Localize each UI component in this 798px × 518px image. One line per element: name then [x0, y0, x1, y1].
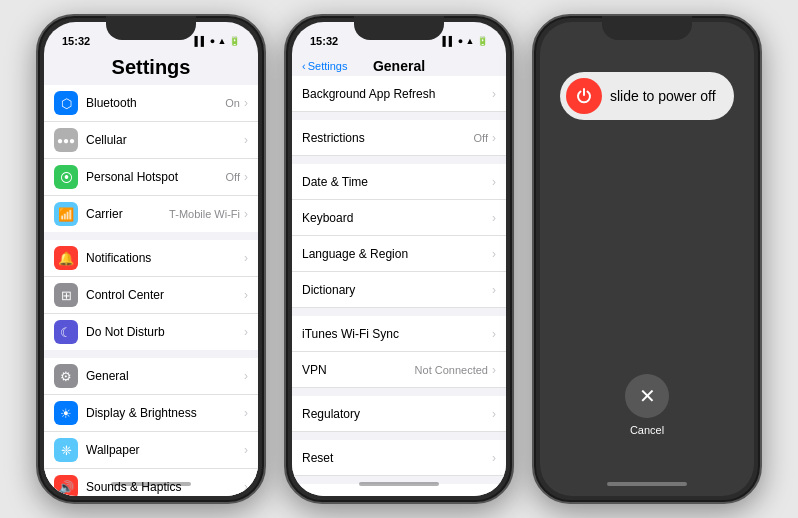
language-label: Language & Region	[302, 247, 492, 261]
general-label: General	[86, 369, 244, 383]
hotspot-label: Personal Hotspot	[86, 170, 226, 184]
chevron-icon: ›	[244, 480, 248, 494]
general-section-6: Reset ›	[292, 440, 506, 476]
volume-down-button	[36, 156, 38, 188]
dictionary-label: Dictionary	[302, 283, 492, 297]
list-item[interactable]: iTunes Wi-Fi Sync ›	[292, 316, 506, 352]
volume-up-button	[532, 116, 534, 148]
section-divider	[44, 350, 258, 358]
chevron-icon: ›	[492, 407, 496, 421]
chevron-icon: ›	[244, 207, 248, 221]
carrier-value: T-Mobile Wi-Fi	[169, 208, 240, 220]
volume-up-button	[36, 116, 38, 148]
list-item[interactable]: Restrictions Off ›	[292, 120, 506, 156]
chevron-icon: ›	[244, 251, 248, 265]
power-slider-container[interactable]: slide to power off	[560, 72, 734, 120]
list-item[interactable]: ❈ Wallpaper ›	[44, 432, 258, 469]
notch	[354, 16, 444, 40]
list-item[interactable]: ⬡ Bluetooth On ›	[44, 85, 258, 122]
chevron-icon: ›	[244, 325, 248, 339]
sounds-icon: 🔊	[54, 475, 78, 496]
list-item[interactable]: ⚙ General ›	[44, 358, 258, 395]
status-icons: ▌▌ ● ▲ 🔋	[194, 36, 240, 46]
general-icon: ⚙	[54, 364, 78, 388]
slide-to-power-off-text: slide to power off	[610, 88, 716, 104]
section-divider	[292, 308, 506, 316]
chevron-icon: ›	[244, 443, 248, 457]
power-slider[interactable]: slide to power off	[560, 72, 734, 120]
bluetooth-label: Bluetooth	[86, 96, 225, 110]
list-item[interactable]: 📶 Carrier T-Mobile Wi-Fi ›	[44, 196, 258, 232]
cancel-button-container: ✕ Cancel	[625, 374, 669, 436]
list-item[interactable]: ☀ Display & Brightness ›	[44, 395, 258, 432]
restrictions-label: Restrictions	[302, 131, 474, 145]
general-screen: 15:32 ▌▌ ● ▲ 🔋 ‹ Settings General Backgr…	[292, 22, 506, 496]
notifications-icon: 🔔	[54, 246, 78, 270]
back-label: Settings	[308, 60, 348, 72]
chevron-icon: ›	[492, 87, 496, 101]
list-item[interactable]: Reset ›	[292, 440, 506, 476]
hotspot-icon: ⦿	[54, 165, 78, 189]
settings-section-1: ⬡ Bluetooth On › ●●● Cellular › ⦿ Person…	[44, 85, 258, 232]
vpn-value: Not Connected	[415, 364, 488, 376]
power-icon	[566, 78, 602, 114]
bluetooth-icon: ⬡	[54, 91, 78, 115]
list-item[interactable]: Language & Region ›	[292, 236, 506, 272]
power-button	[512, 96, 514, 146]
chevron-icon: ›	[492, 363, 496, 377]
dnd-label: Do Not Disturb	[86, 325, 244, 339]
volume-down-button	[284, 156, 286, 188]
bg-refresh-label: Background App Refresh	[302, 87, 492, 101]
list-item[interactable]: ⦿ Personal Hotspot Off ›	[44, 159, 258, 196]
section-divider	[292, 112, 506, 120]
list-item[interactable]: Date & Time ›	[292, 164, 506, 200]
nav-header: ‹ Settings General	[292, 54, 506, 76]
chevron-icon: ›	[244, 369, 248, 383]
cellular-label: Cellular	[86, 133, 244, 147]
cancel-button[interactable]: ✕	[625, 374, 669, 418]
list-item[interactable]: Keyboard ›	[292, 200, 506, 236]
list-item[interactable]: ●●● Cellular ›	[44, 122, 258, 159]
list-item[interactable]: VPN Not Connected ›	[292, 352, 506, 388]
volume-up-button	[284, 116, 286, 148]
list-item[interactable]: 🔔 Notifications ›	[44, 240, 258, 277]
list-item[interactable]: Dictionary ›	[292, 272, 506, 308]
list-item[interactable]: ⊞ Control Center ›	[44, 277, 258, 314]
display-icon: ☀	[54, 401, 78, 425]
general-section-2: Restrictions Off ›	[292, 120, 506, 156]
settings-screen: 15:32 ▌▌ ● ▲ 🔋 Settings ⬡ Bluetooth On ›…	[44, 22, 258, 496]
wallpaper-icon: ❈	[54, 438, 78, 462]
silent-button	[36, 86, 38, 108]
general-title: General	[373, 58, 425, 74]
list-item[interactable]: Regulatory ›	[292, 396, 506, 432]
section-divider	[292, 432, 506, 440]
settings-title: Settings	[44, 54, 258, 85]
status-time: 15:32	[310, 35, 338, 47]
settings-section-2: 🔔 Notifications › ⊞ Control Center › ☾ D…	[44, 240, 258, 350]
restrictions-value: Off	[474, 132, 488, 144]
silent-button	[532, 86, 534, 108]
hotspot-value: Off	[226, 171, 240, 183]
list-item[interactable]: ☾ Do Not Disturb ›	[44, 314, 258, 350]
notch	[106, 16, 196, 40]
section-divider	[292, 156, 506, 164]
chevron-icon: ›	[492, 175, 496, 189]
home-indicator	[607, 482, 687, 486]
keyboard-label: Keyboard	[302, 211, 492, 225]
section-divider	[292, 388, 506, 396]
poweroff-screen: slide to power off ✕ Cancel	[540, 22, 754, 496]
back-button[interactable]: ‹ Settings	[302, 60, 347, 72]
power-button	[264, 96, 266, 146]
list-item[interactable]: Background App Refresh ›	[292, 76, 506, 112]
chevron-icon: ›	[244, 288, 248, 302]
chevron-icon: ›	[244, 170, 248, 184]
carrier-label: Carrier	[86, 207, 169, 221]
chevron-icon: ›	[492, 327, 496, 341]
vpn-label: VPN	[302, 363, 415, 377]
shutdown-label: Shut Down	[302, 495, 496, 497]
regulatory-label: Regulatory	[302, 407, 492, 421]
reset-label: Reset	[302, 451, 492, 465]
notch	[602, 16, 692, 40]
silent-button	[284, 86, 286, 108]
chevron-icon: ›	[492, 131, 496, 145]
